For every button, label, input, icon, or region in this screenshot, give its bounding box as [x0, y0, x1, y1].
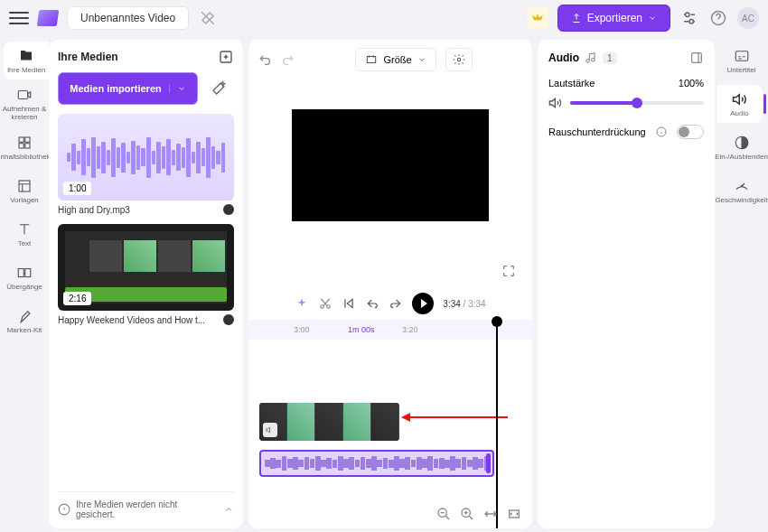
export-button[interactable]: Exportieren — [557, 5, 670, 32]
svg-rect-5 — [25, 137, 30, 142]
svg-rect-6 — [19, 143, 23, 147]
left-nav-rail: Ihre Medien Aufnehmen & kreieren Inhalts… — [0, 36, 49, 532]
volume-value: 100% — [679, 78, 704, 89]
help-icon[interactable] — [708, 8, 728, 28]
track-count-badge: 1 — [603, 52, 617, 64]
project-title[interactable]: Unbenanntes Video — [67, 6, 189, 30]
rail-subtitles[interactable]: Untertitel — [717, 42, 766, 79]
media-item-audio[interactable]: 1:00 High and Dry.mp3 — [58, 114, 234, 215]
clip-end-handle[interactable] — [486, 453, 491, 473]
svg-rect-10 — [25, 268, 31, 276]
media-item-video[interactable]: 2:16 Happy Weekend Videos and How t... — [58, 224, 234, 325]
panel-resize-icon[interactable] — [689, 51, 704, 65]
media-filename: Happy Weekend Videos and How t... — [58, 315, 205, 325]
right-nav-rail: Untertitel Audio Ein-/Ausblenden Geschwi… — [715, 36, 768, 532]
rail-fade[interactable]: Ein-/Ausblenden — [717, 128, 766, 166]
annotation-arrow — [408, 416, 508, 418]
media-footer-warning: Ihre Medien werden nicht gesichert. — [58, 491, 234, 519]
video-preview — [292, 109, 489, 221]
rewind-icon[interactable] — [365, 296, 379, 311]
menu-button[interactable] — [9, 8, 29, 28]
svg-point-15 — [321, 305, 324, 309]
play-button[interactable] — [412, 293, 434, 314]
volume-slider[interactable] — [570, 101, 704, 105]
svg-rect-20 — [692, 53, 702, 63]
canvas-panel: Größe 3:34 / 3:34 — [248, 40, 532, 528]
zoom-out-icon[interactable] — [436, 507, 451, 521]
chevron-up-icon[interactable] — [223, 504, 234, 515]
preview-area[interactable] — [248, 79, 532, 251]
svg-point-16 — [327, 305, 331, 309]
media-filename: High and Dry.mp3 — [58, 205, 130, 215]
svg-rect-3 — [18, 91, 28, 99]
rail-templates[interactable]: Vorlagen — [0, 172, 49, 210]
user-avatar[interactable]: AC — [737, 7, 759, 29]
forward-icon[interactable] — [389, 296, 403, 311]
redo-button[interactable] — [281, 52, 295, 67]
rail-brand-kit[interactable]: Marken-Kit — [0, 302, 49, 340]
magic-off-icon[interactable] — [198, 8, 218, 28]
rail-audio[interactable]: Audio — [717, 85, 763, 123]
svg-rect-13 — [368, 57, 376, 63]
fit-screen-icon[interactable] — [507, 507, 521, 521]
cut-icon[interactable] — [318, 296, 332, 311]
info-icon[interactable] — [656, 126, 667, 137]
undo-button[interactable] — [258, 52, 272, 67]
noise-label: Rauschunterdrückung — [548, 126, 646, 137]
added-indicator-icon — [223, 314, 234, 325]
svg-rect-4 — [19, 137, 23, 142]
svg-rect-7 — [25, 143, 30, 147]
fullscreen-icon[interactable] — [501, 264, 516, 278]
rail-speed[interactable]: Geschwindigkeit — [717, 172, 766, 210]
chevron-down-icon — [169, 84, 186, 93]
settings-icon[interactable] — [679, 8, 699, 28]
audio-track[interactable] — [259, 450, 521, 477]
svg-rect-8 — [19, 181, 30, 191]
media-panel-title: Ihre Medien — [58, 51, 118, 63]
size-dropdown[interactable]: Größe — [355, 48, 436, 71]
rail-record[interactable]: Aufnehmen & kreieren — [0, 85, 49, 123]
skip-back-icon[interactable] — [342, 296, 356, 311]
playhead[interactable] — [496, 320, 498, 528]
svg-rect-22 — [735, 51, 748, 61]
add-media-icon[interactable] — [218, 49, 234, 65]
svg-rect-9 — [18, 268, 23, 276]
media-panel: Ihre Medien Medien importieren — [49, 40, 243, 528]
duration-badge: 2:16 — [63, 292, 91, 305]
noise-toggle[interactable] — [677, 125, 704, 139]
svg-point-0 — [686, 13, 690, 17]
sparkle-icon[interactable] — [295, 296, 309, 311]
svg-point-1 — [689, 20, 694, 24]
rail-transitions[interactable]: Übergänge — [0, 258, 49, 296]
timeline-ruler[interactable]: 3:00 1m 00s 3:20 — [248, 320, 532, 340]
rail-text[interactable]: Text — [0, 215, 49, 253]
import-media-button[interactable]: Medien importieren — [58, 72, 198, 105]
canvas-settings-button[interactable] — [445, 48, 473, 71]
rail-your-media[interactable]: Ihre Medien — [4, 42, 49, 79]
volume-icon — [548, 96, 563, 110]
fit-width-icon[interactable] — [483, 507, 498, 521]
volume-label: Lautstärke — [548, 78, 595, 89]
audio-thumbnail: 1:00 — [58, 114, 234, 201]
premium-icon[interactable] — [527, 7, 548, 29]
props-title: Audio — [548, 51, 579, 64]
music-note-icon — [585, 51, 597, 64]
export-label: Exportieren — [587, 12, 642, 24]
properties-panel: Audio 1 Lautstärke 100% Rauschunterdrück… — [538, 40, 715, 528]
app-logo — [37, 10, 60, 26]
svg-point-14 — [457, 58, 461, 61]
video-track[interactable] — [259, 403, 521, 441]
timeline[interactable] — [248, 340, 532, 528]
ai-wand-button[interactable] — [203, 72, 234, 105]
zoom-in-icon[interactable] — [460, 507, 474, 521]
video-thumbnail: 2:16 — [58, 224, 234, 311]
time-display: 3:34 / 3:34 — [443, 299, 485, 309]
track-mute-icon[interactable] — [263, 423, 277, 437]
rail-library[interactable]: Inhaltsbibliothek — [0, 128, 49, 166]
added-indicator-icon — [223, 204, 234, 215]
duration-badge: 1:00 — [63, 182, 91, 195]
